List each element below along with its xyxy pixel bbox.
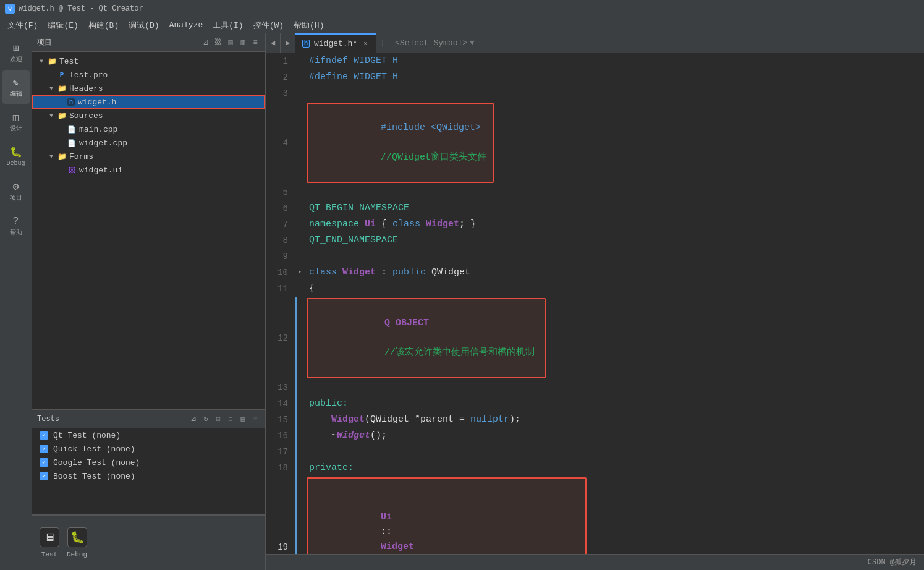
menu-tools[interactable]: 工具(I) xyxy=(208,19,248,32)
code-line-9: 9 xyxy=(266,249,924,265)
select-symbol-dropdown[interactable]: <Select Symbol> ▼ xyxy=(389,33,481,53)
project-panel-actions: ⊿ ⛓ ▤ ▥ ≡ xyxy=(201,38,260,48)
sidebar-item-edit[interactable]: ✎ 编辑 xyxy=(2,70,30,104)
help-label: 帮助 xyxy=(10,229,22,236)
tests-expand[interactable]: ▤ xyxy=(238,414,248,424)
debug-label: Debug xyxy=(6,160,25,167)
arrow-forms: ▼ xyxy=(47,152,56,161)
sidebar-item-debug[interactable]: 🐛 Debug xyxy=(2,140,30,173)
fold-12 xyxy=(295,297,304,380)
code-line-5: 5 xyxy=(266,184,924,200)
menu-debug[interactable]: 调试(D) xyxy=(124,19,164,32)
tree-item-widget-h[interactable]: h widget.h xyxy=(32,95,265,109)
sidebar-item-help[interactable]: ? 帮助 xyxy=(2,209,30,242)
test-item-google[interactable]: ✓ Google Test (none) xyxy=(32,456,265,469)
test-checkbox-boost[interactable]: ✓ xyxy=(40,472,48,480)
collapse-btn[interactable]: ▤ xyxy=(226,38,235,48)
tree-item-sources[interactable]: ▼ 📁 Sources xyxy=(32,109,265,122)
code-line-17: 17 xyxy=(266,444,924,460)
line-content-4: #include <QWidget> //QWidget窗口类头文件 xyxy=(304,101,924,184)
tree-item-main-cpp[interactable]: 📄 main.cpp xyxy=(32,122,265,136)
menu-controls[interactable]: 控件(W) xyxy=(248,19,289,32)
arrow-widget-h xyxy=(57,98,66,106)
bottom-status-bar: CSDN @孤夕月 xyxy=(266,554,924,570)
line-num-11: 11 xyxy=(266,281,295,297)
line-content-6: QT_BEGIN_NAMESPACE xyxy=(304,200,924,216)
select-symbol-text: <Select Symbol> xyxy=(395,38,467,48)
menu-file[interactable]: 文件(F) xyxy=(2,19,43,32)
fold-10[interactable]: ▾ xyxy=(295,265,304,281)
code-line-16: 16 ~ Widget (); xyxy=(266,428,924,444)
tree-label-headers: Headers xyxy=(69,84,103,93)
arrow-headers: ▼ xyxy=(47,84,56,93)
more-btn[interactable]: ≡ xyxy=(250,38,260,48)
tests-uncheck[interactable]: ☐ xyxy=(226,414,235,424)
fold-6 xyxy=(295,200,304,216)
tests-list: ✓ Qt Test (none) ✓ Quick Test (none) ✓ G… xyxy=(32,428,265,483)
tree-item-test-pro[interactable]: P Test.pro xyxy=(32,68,265,82)
line-num-18: 18 xyxy=(266,460,295,476)
test-item-boost[interactable]: ✓ Boost Test (none) xyxy=(32,469,265,483)
menu-build[interactable]: 构建(B) xyxy=(83,19,124,32)
tests-check[interactable]: ☑ xyxy=(213,414,223,424)
arrow-test: ▼ xyxy=(37,57,46,66)
fold-11 xyxy=(295,281,304,297)
sidebar-item-welcome[interactable]: ⊞ 欢迎 xyxy=(2,36,30,69)
tree-item-forms[interactable]: ▼ 📁 Forms xyxy=(32,150,265,163)
link-btn[interactable]: ⛓ xyxy=(213,38,223,48)
tree-label-sources: Sources xyxy=(69,111,103,121)
tree-item-widget-ui[interactable]: 🖼 widget.ui xyxy=(32,163,265,177)
tree-label-main-cpp: main.cpp xyxy=(79,125,117,134)
tree-item-headers[interactable]: ▼ 📁 Headers xyxy=(32,82,265,95)
project-panel-header: 项目 ⊿ ⛓ ▤ ▥ ≡ xyxy=(32,33,265,52)
test-checkbox-quick[interactable]: ✓ xyxy=(40,445,48,453)
tab-widget-h[interactable]: h widget.h* × xyxy=(295,33,376,53)
folder-icon-test: 📁 xyxy=(47,56,57,66)
test-panel-btn[interactable]: 🖥 Test xyxy=(40,527,59,558)
sidebar-item-design[interactable]: ◫ 设计 xyxy=(2,105,30,138)
debug-panel-btn[interactable]: 🐛 Debug xyxy=(67,527,87,558)
test-checkbox-google[interactable]: ✓ xyxy=(40,458,48,467)
line-content-14: public: xyxy=(304,396,924,412)
expand-btn[interactable]: ▥ xyxy=(238,38,248,48)
design-icon: ◫ xyxy=(10,111,22,124)
menu-edit[interactable]: 编辑(E) xyxy=(43,19,83,32)
tests-panel-header: Tests ⊿ ↻ ☑ ☐ ▤ ≡ xyxy=(32,410,265,428)
debug-panel-icon: 🐛 xyxy=(67,527,87,547)
test-item-qt[interactable]: ✓ Qt Test (none) xyxy=(32,428,265,442)
fold-4 xyxy=(295,101,304,184)
test-checkbox-qt[interactable]: ✓ xyxy=(40,431,48,440)
tests-filter[interactable]: ⊿ xyxy=(189,414,198,424)
code-line-15: 15 Widget (QWidget *parent = nullptr ); xyxy=(266,412,924,428)
line-num-13: 13 xyxy=(266,380,295,396)
titlebar-text: widget.h @ Test - Qt Creator xyxy=(19,4,143,13)
test-label-boost: Boost Test (none) xyxy=(53,472,135,481)
code-editor[interactable]: 1 #ifndef WIDGET_H 2 #define WIDGET_H 3 xyxy=(266,53,924,554)
tree-item-test-root[interactable]: ▼ 📁 Test xyxy=(32,54,265,68)
filter-btn[interactable]: ⊿ xyxy=(201,38,211,48)
tests-reload[interactable]: ↻ xyxy=(201,414,211,424)
titlebar: Q widget.h @ Test - Qt Creator xyxy=(0,0,924,17)
tab-back[interactable]: ◀ xyxy=(266,33,281,53)
tab-forward[interactable]: ▶ xyxy=(281,33,295,53)
line-num-3: 3 xyxy=(266,85,295,101)
line-num-15: 15 xyxy=(266,412,295,428)
line-content-17 xyxy=(304,444,924,460)
tree-label-widget-h: widget.h xyxy=(78,98,116,107)
tab-close-widget-h[interactable]: × xyxy=(361,40,370,48)
sidebar-item-project[interactable]: ⚙ 项目 xyxy=(2,174,30,208)
test-item-quick[interactable]: ✓ Quick Test (none) xyxy=(32,442,265,456)
tree-item-widget-cpp[interactable]: 📄 widget.cpp xyxy=(32,136,265,150)
fold-5 xyxy=(295,184,304,200)
folder-icon-headers: 📁 xyxy=(57,83,67,93)
debug-icon: 🐛 xyxy=(10,146,22,158)
menu-analyze[interactable]: Analyze xyxy=(164,19,208,31)
debug-panel-label: Debug xyxy=(67,551,87,558)
tree-label-widget-cpp: widget.cpp xyxy=(79,138,127,148)
line-content-11: { xyxy=(304,281,924,297)
left-panel: 项目 ⊿ ⛓ ▤ ▥ ≡ ▼ 📁 Test xyxy=(32,33,266,570)
fold-15 xyxy=(295,412,304,428)
menu-help[interactable]: 帮助(H) xyxy=(289,19,329,32)
tests-more[interactable]: ≡ xyxy=(250,414,260,424)
line-num-2: 2 xyxy=(266,69,295,85)
